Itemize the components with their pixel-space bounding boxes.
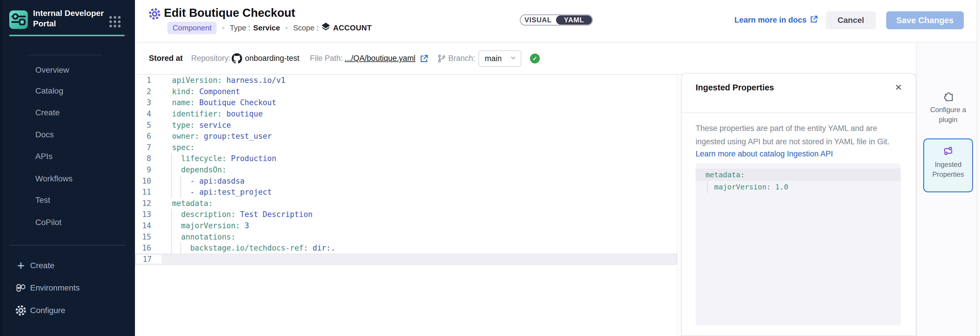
code-line[interactable]: 9 dependsOn:	[135, 164, 677, 175]
close-icon[interactable]: ✕	[895, 82, 902, 92]
branch-select[interactable]: main	[479, 50, 521, 67]
apps-grid-icon[interactable]	[108, 15, 122, 30]
visual-yaml-toggle[interactable]: VISUAL YAML	[520, 14, 593, 25]
line-content: lifecycle: Production	[161, 154, 276, 163]
line-number: 11	[135, 188, 161, 196]
sidebar-item-docs[interactable]: Docs	[0, 128, 135, 141]
line-number: 17	[135, 255, 162, 264]
configure-plugin-label: Configure a plugin	[923, 105, 973, 124]
page-title: Edit Boutique Checkout	[164, 6, 295, 19]
line-content: type: service	[161, 121, 231, 129]
indent-guide	[172, 209, 172, 254]
panel-title: Ingested Properties	[695, 83, 774, 92]
sidebar-item-catalog[interactable]: Catalog	[0, 84, 135, 97]
github-icon	[232, 43, 242, 74]
line-number: 8	[135, 154, 161, 163]
code-line[interactable]: 16 backstage.io/techdocs-ref: dir:.	[135, 242, 677, 254]
separator-dot: •	[222, 24, 224, 32]
line-content: annotations:	[161, 232, 235, 241]
sidebar-item-label: Configure	[30, 306, 65, 315]
sliders-logo-icon	[9, 10, 28, 30]
external-link-icon	[810, 15, 818, 25]
save-changes-button[interactable]: Save Changes	[886, 11, 964, 29]
ingestion-api-link[interactable]: Learn more about catalog Ingestion API	[695, 150, 833, 158]
line-content: name: Boutique Checkout	[161, 98, 276, 107]
line-number: 6	[135, 132, 161, 140]
line-content: description: Test Description	[161, 210, 312, 219]
code-line[interactable]: 7spec:	[135, 142, 677, 153]
entity-meta-row: Component • Type : Service • Scope : ACC…	[167, 22, 372, 33]
line-content: spec:	[161, 143, 195, 152]
git-branch-icon	[437, 43, 446, 74]
ingested-code-block: metadata: majorVersion: 1.0	[695, 163, 900, 326]
yaml-lines: 1apiVersion: harness.io/v12kind: Compone…	[135, 75, 677, 265]
sidebar-item-apis[interactable]: APIs	[0, 150, 135, 163]
line-number: 16	[135, 244, 161, 252]
code-line[interactable]: 13 description: Test Description	[135, 209, 677, 220]
code-line[interactable]: 5type: service	[135, 119, 677, 131]
cancel-button[interactable]: Cancel	[826, 11, 876, 29]
code-line[interactable]: 8 lifecycle: Production	[135, 153, 677, 164]
configure-plugin-card[interactable]: Configure a plugin	[923, 84, 973, 134]
line-number: 7	[135, 143, 161, 152]
scrollbar-track[interactable]	[977, 0, 980, 336]
learn-more-docs-link[interactable]: Learn more in docs	[734, 15, 818, 25]
sidebar-item-copilot[interactable]: CoPilot	[0, 216, 135, 229]
code-line[interactable]: 15 annotations:	[135, 231, 677, 242]
ingested-code-line: metadata:	[695, 169, 900, 181]
sidebar-item-environments[interactable]: Environments	[0, 281, 135, 295]
indent-guide	[180, 242, 181, 254]
stored-at-label: Stored at	[149, 43, 183, 74]
panel-description: These properties are part of the entity …	[695, 122, 891, 148]
code-line[interactable]: 3name: Boutique Checkout	[135, 97, 677, 108]
sidebar-item-create[interactable]: Create	[0, 106, 135, 119]
toggle-yaml[interactable]: YAML	[556, 15, 592, 25]
line-content: owner: group:test_user	[161, 132, 272, 140]
file-path-link[interactable]: .../QA/boutique.yaml	[345, 43, 415, 74]
sidebar-item-test[interactable]: Test	[0, 194, 135, 207]
gear-icon	[14, 304, 27, 317]
brand-accent-bar	[9, 35, 124, 36]
ingested-properties-label: Ingested Properties	[924, 159, 972, 179]
type-label: Type :	[230, 24, 250, 32]
line-number: 14	[135, 221, 161, 230]
code-line[interactable]: 17	[135, 254, 677, 265]
line-number: 1	[135, 76, 161, 84]
repository-value: onboarding-test	[245, 43, 299, 74]
code-line[interactable]: 12metadata:	[135, 198, 677, 209]
plus-icon: +	[14, 259, 27, 272]
line-number: 2	[135, 87, 161, 96]
code-line[interactable]: 2kind: Component	[135, 86, 677, 97]
sidebar: Internal Developer Portal OverviewCatalo…	[0, 0, 135, 336]
sidebar-item-workflows[interactable]: Workflows	[0, 172, 135, 185]
indent-guide	[707, 182, 708, 193]
toggle-visual[interactable]: VISUAL	[520, 15, 556, 25]
line-number: 4	[135, 110, 161, 118]
branch-value: main	[485, 54, 510, 63]
yaml-editor[interactable]: 1apiVersion: harness.io/v12kind: Compone…	[135, 75, 677, 336]
ingested-properties-card[interactable]: Ingested Properties	[923, 139, 973, 192]
code-line[interactable]: 6owner: group:test_user	[135, 131, 677, 142]
repository-label: Repository:	[191, 43, 231, 74]
chevron-down-icon	[510, 54, 517, 62]
type-value: Service	[253, 24, 280, 32]
file-path-label: File Path:	[310, 43, 343, 74]
external-link-icon[interactable]	[420, 43, 429, 74]
sidebar-item-overview[interactable]: Overview	[0, 64, 135, 76]
scope-value: ACCOUNT	[333, 24, 372, 32]
sidebar-item-create[interactable]: +Create	[0, 259, 135, 272]
app-logo[interactable]	[9, 10, 28, 29]
line-content: dependsOn:	[161, 166, 226, 174]
code-line[interactable]: 1apiVersion: harness.io/v1	[135, 75, 677, 86]
ingested-properties-icon	[942, 145, 955, 158]
sidebar-item-configure[interactable]: Configure	[0, 304, 135, 317]
line-number: 5	[135, 121, 161, 129]
code-line[interactable]: 11 - api:test_project	[135, 186, 677, 198]
branch-valid-check-icon: ✓	[530, 54, 540, 64]
code-line[interactable]: 14 majorVersion: 3	[135, 220, 677, 231]
sidebar-divider	[28, 55, 102, 55]
sidebar-item-label: Create	[30, 261, 54, 270]
code-line[interactable]: 10 - api:dasdsa	[135, 175, 677, 186]
line-content: - api:test_project	[161, 188, 272, 196]
code-line[interactable]: 4identifier: boutique	[135, 108, 677, 119]
